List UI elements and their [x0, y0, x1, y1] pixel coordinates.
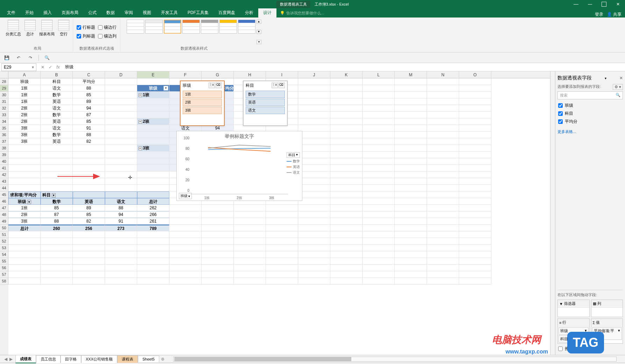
cell[interactable] — [330, 205, 363, 211]
cell[interactable] — [459, 198, 491, 205]
cell[interactable] — [105, 231, 137, 238]
cell[interactable] — [363, 78, 395, 85]
slicer-item[interactable]: 3班 — [183, 107, 222, 114]
cell[interactable]: 87 — [73, 112, 105, 118]
cell[interactable] — [298, 205, 330, 211]
columns-area[interactable]: ▦列 — [591, 300, 623, 317]
cell[interactable] — [298, 138, 330, 145]
reportlayout-button[interactable]: 报表布局 — [38, 19, 56, 45]
cell[interactable] — [395, 132, 427, 138]
cell[interactable] — [298, 172, 330, 178]
cell[interactable] — [298, 152, 330, 158]
cell[interactable]: 262 — [137, 205, 169, 211]
cell[interactable] — [330, 125, 363, 132]
row-header[interactable]: 45 — [0, 191, 8, 198]
cell[interactable] — [8, 158, 41, 165]
cell[interactable] — [41, 265, 73, 271]
cell[interactable] — [298, 178, 330, 185]
cell[interactable] — [105, 191, 137, 198]
cell[interactable] — [298, 185, 330, 191]
tab-pdf[interactable]: PDF工具集 — [183, 8, 213, 18]
cell[interactable] — [330, 211, 363, 218]
cell[interactable] — [105, 245, 137, 251]
cell[interactable] — [298, 85, 330, 92]
cell[interactable] — [137, 105, 169, 112]
cell[interactable] — [363, 158, 395, 165]
cell[interactable] — [427, 85, 459, 92]
cell[interactable]: 语文 — [41, 125, 73, 132]
row-header[interactable]: 30 — [0, 92, 8, 98]
cell[interactable] — [73, 265, 105, 271]
row-header[interactable]: 35 — [0, 125, 8, 132]
cell[interactable] — [41, 185, 73, 191]
cell[interactable] — [137, 172, 169, 178]
sheet-tab[interactable]: 田字格 — [61, 355, 81, 363]
cell[interactable] — [363, 132, 395, 138]
cell[interactable] — [41, 278, 73, 285]
cell[interactable] — [330, 198, 363, 205]
cell[interactable] — [105, 178, 137, 185]
field-search-input[interactable]: 搜索 🔍 — [557, 91, 623, 99]
sheet-tab[interactable]: Sheet5 — [138, 356, 159, 362]
cell[interactable] — [330, 271, 363, 278]
cell[interactable] — [395, 98, 427, 105]
cell[interactable] — [459, 251, 491, 258]
cell[interactable] — [73, 231, 105, 238]
cell[interactable] — [73, 271, 105, 278]
row-header[interactable]: 42 — [0, 172, 8, 178]
cell[interactable]: 3班 — [8, 132, 41, 138]
sheet-nav-prev-icon[interactable]: ◀ — [4, 357, 7, 362]
cell[interactable]: 班级 ▾ — [8, 198, 41, 205]
cell[interactable] — [459, 92, 491, 98]
cell[interactable] — [234, 205, 266, 211]
cell[interactable]: 1班 — [8, 205, 41, 211]
cell[interactable] — [427, 245, 459, 251]
style-thumb[interactable] — [145, 20, 163, 34]
vertical-scrollbar[interactable] — [550, 71, 555, 355]
cell[interactable] — [330, 145, 363, 152]
cell[interactable] — [427, 145, 459, 152]
tab-home[interactable]: 开始 — [20, 8, 38, 18]
cell[interactable] — [298, 218, 330, 225]
cell[interactable] — [41, 165, 73, 172]
cell[interactable] — [137, 265, 169, 271]
cell[interactable] — [330, 218, 363, 225]
ribbon-options-icon[interactable] — [569, 0, 583, 8]
add-sheet-icon[interactable]: ⊕ — [159, 357, 166, 362]
cell[interactable] — [73, 278, 105, 285]
cell[interactable] — [395, 265, 427, 271]
row-header[interactable]: 36 — [0, 132, 8, 138]
cell[interactable] — [73, 251, 105, 258]
cell[interactable] — [330, 158, 363, 165]
cell[interactable] — [266, 258, 298, 265]
row-header[interactable]: 53 — [0, 245, 8, 251]
cell[interactable] — [330, 165, 363, 172]
row-header[interactable]: 43 — [0, 178, 8, 185]
cell[interactable] — [395, 225, 427, 231]
column-header[interactable]: O — [459, 71, 491, 78]
style-thumb-selected[interactable] — [164, 20, 181, 34]
cell[interactable] — [330, 98, 363, 105]
cell[interactable] — [105, 258, 137, 265]
cell[interactable] — [137, 231, 169, 238]
row-header[interactable]: 32 — [0, 105, 8, 112]
cell[interactable] — [298, 105, 330, 112]
cell[interactable] — [298, 231, 330, 238]
cell[interactable] — [298, 258, 330, 265]
cell[interactable] — [427, 178, 459, 185]
row-header[interactable]: 56 — [0, 265, 8, 271]
cell[interactable] — [298, 158, 330, 165]
cell[interactable]: 平均分 — [73, 78, 105, 85]
cell[interactable] — [105, 92, 137, 98]
banded-cols-checkbox[interactable]: 镶边列 — [97, 32, 118, 40]
cell[interactable] — [427, 258, 459, 265]
column-header[interactable]: E — [137, 71, 169, 78]
cell[interactable] — [169, 218, 202, 225]
cell[interactable] — [395, 245, 427, 251]
cell[interactable] — [8, 271, 41, 278]
cell[interactable]: 英语 — [41, 118, 73, 125]
cell[interactable] — [105, 85, 137, 92]
cell[interactable]: 256 — [73, 225, 105, 231]
cell[interactable] — [298, 125, 330, 132]
cell[interactable] — [395, 271, 427, 278]
